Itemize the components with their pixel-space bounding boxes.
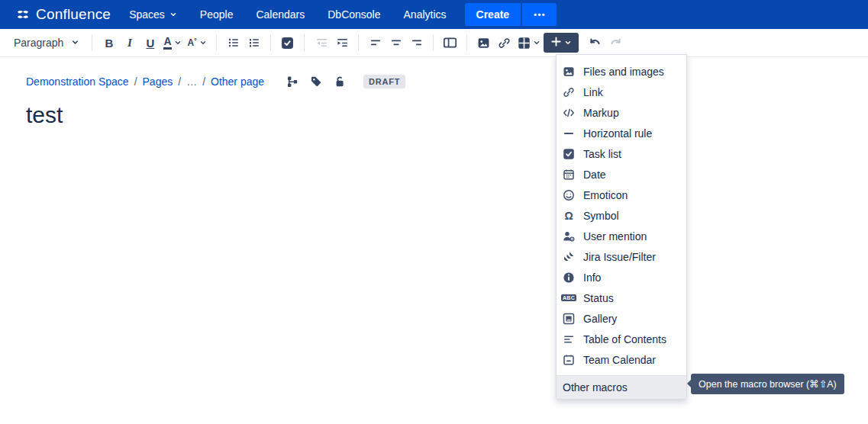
page-meta-icons bbox=[286, 75, 346, 88]
task-list-button[interactable] bbox=[277, 33, 298, 53]
redo-button[interactable] bbox=[605, 33, 626, 53]
toolbar-separator bbox=[304, 34, 305, 51]
menu-item-status[interactable]: ABC Status bbox=[557, 287, 686, 308]
emoticon-icon bbox=[563, 189, 575, 201]
underline-button[interactable]: U bbox=[140, 33, 160, 53]
breadcrumb-separator: / bbox=[202, 75, 205, 88]
toolbar-separator bbox=[466, 34, 467, 51]
page-title[interactable]: test bbox=[26, 102, 842, 128]
menu-item-info[interactable]: Info bbox=[557, 267, 686, 287]
insert-content-dropdown[interactable] bbox=[544, 33, 579, 53]
indent-button[interactable] bbox=[331, 33, 352, 53]
insert-table-dropdown[interactable] bbox=[515, 33, 544, 53]
text-color-icon: A bbox=[163, 36, 171, 50]
nav-item-spaces[interactable]: Spaces bbox=[129, 8, 177, 21]
table-of-contents-icon bbox=[563, 333, 575, 345]
insert-content-menu: Files and images Link Markup Horizontal … bbox=[556, 54, 687, 400]
italic-button[interactable]: I bbox=[119, 33, 140, 53]
nav-item-people[interactable]: People bbox=[200, 8, 234, 21]
user-mention-icon bbox=[563, 230, 575, 243]
chevron-down-icon bbox=[199, 36, 207, 50]
menu-item-markup[interactable]: Markup bbox=[557, 102, 686, 123]
nav-menu: Spaces People Calendars DbConsole Analyt… bbox=[129, 8, 446, 21]
breadcrumb-ellipsis[interactable]: … bbox=[186, 75, 197, 88]
menu-item-symbol[interactable]: Ω Symbol bbox=[557, 205, 686, 226]
horizontal-rule-icon bbox=[563, 127, 575, 140]
create-button[interactable]: Create bbox=[465, 3, 521, 26]
status-icon: ABC bbox=[563, 292, 575, 304]
top-navigation-bar: Confluence Spaces People Calendars DbCon… bbox=[0, 0, 868, 29]
insert-link-button[interactable] bbox=[494, 33, 515, 53]
toolbar-separator bbox=[358, 34, 359, 51]
plus-icon bbox=[550, 36, 562, 50]
breadcrumb-link-pages[interactable]: Pages bbox=[143, 75, 173, 88]
menu-item-task-list[interactable]: Task list bbox=[557, 143, 686, 164]
gallery-icon bbox=[563, 313, 575, 325]
undo-button[interactable] bbox=[585, 33, 605, 53]
markup-icon bbox=[563, 107, 575, 119]
files-and-images-icon bbox=[563, 66, 575, 78]
insert-image-button[interactable] bbox=[473, 33, 494, 53]
confluence-home-link[interactable]: Confluence bbox=[15, 6, 111, 23]
chevron-down-icon bbox=[71, 37, 79, 49]
menu-item-files-and-images[interactable]: Files and images bbox=[557, 61, 686, 82]
confluence-logo-icon bbox=[15, 7, 31, 22]
bold-button[interactable]: B bbox=[98, 33, 119, 53]
jira-icon bbox=[563, 251, 575, 263]
nav-item-calendars[interactable]: Calendars bbox=[256, 8, 305, 21]
breadcrumb-link-other-page[interactable]: Other page bbox=[211, 75, 264, 88]
toolbar-separator bbox=[270, 34, 271, 51]
chevron-down-icon bbox=[564, 36, 572, 50]
paragraph-style-dropdown[interactable]: Paragraph bbox=[8, 33, 86, 53]
macro-browser-tooltip: Open the macro browser (⌘⇧A) bbox=[691, 374, 844, 394]
unlock-icon[interactable] bbox=[334, 75, 346, 88]
page-tree-icon[interactable] bbox=[286, 75, 298, 88]
text-color-dropdown[interactable]: A bbox=[160, 33, 184, 53]
menu-item-table-of-contents[interactable]: Table of Contents bbox=[557, 329, 686, 349]
more-formatting-icon: A˚ bbox=[188, 37, 198, 48]
team-calendar-icon bbox=[563, 354, 575, 366]
menu-item-link[interactable]: Link bbox=[557, 82, 686, 102]
editor-content: Demonstration Space / Pages / … / Other … bbox=[0, 57, 868, 380]
logo-text: Confluence bbox=[36, 6, 111, 23]
draft-status-badge: DRAFT bbox=[363, 75, 405, 88]
chevron-down-icon bbox=[533, 36, 540, 50]
menu-item-horizontal-rule[interactable]: Horizontal rule bbox=[557, 123, 686, 143]
breadcrumb-separator: / bbox=[134, 75, 137, 88]
breadcrumb-link-space[interactable]: Demonstration Space bbox=[26, 75, 129, 88]
symbol-omega-icon: Ω bbox=[563, 210, 575, 222]
align-left-button[interactable] bbox=[365, 33, 386, 53]
menu-item-team-calendar[interactable]: Team Calendar bbox=[557, 349, 686, 370]
chevron-down-icon bbox=[174, 36, 182, 50]
nav-actions: Create ••• bbox=[465, 3, 557, 26]
toolbar-separator bbox=[92, 34, 92, 51]
editor-canvas[interactable] bbox=[26, 128, 842, 380]
labels-tag-icon[interactable] bbox=[310, 75, 322, 88]
info-icon bbox=[563, 271, 575, 284]
page-layout-button[interactable] bbox=[440, 33, 460, 53]
nav-more-button[interactable]: ••• bbox=[522, 3, 557, 26]
menu-item-user-mention[interactable]: User mention bbox=[557, 226, 686, 246]
numbered-list-button[interactable] bbox=[244, 33, 264, 53]
menu-item-emoticon[interactable]: Emoticon bbox=[557, 185, 686, 205]
menu-item-jira-issue-filter[interactable]: Jira Issue/Filter bbox=[557, 246, 686, 267]
menu-item-date[interactable]: Date bbox=[557, 164, 686, 185]
outdent-button[interactable] bbox=[311, 33, 331, 53]
menu-item-gallery[interactable]: Gallery bbox=[557, 308, 686, 329]
align-right-button[interactable] bbox=[406, 33, 427, 53]
insert-menu-items: Files and images Link Markup Horizontal … bbox=[557, 55, 686, 375]
toolbar-separator bbox=[433, 34, 434, 51]
bullet-list-button[interactable] bbox=[223, 33, 244, 53]
align-center-button[interactable] bbox=[386, 33, 406, 53]
editor-toolbar: Paragraph B I U A A˚ bbox=[0, 29, 868, 57]
menu-item-other-macros[interactable]: Other macros bbox=[557, 376, 686, 399]
nav-item-analytics[interactable]: Analytics bbox=[404, 8, 447, 21]
breadcrumb: Demonstration Space / Pages / … / Other … bbox=[26, 75, 842, 88]
more-formatting-dropdown[interactable]: A˚ bbox=[185, 33, 211, 53]
toolbar-separator bbox=[216, 34, 217, 51]
breadcrumb-separator: / bbox=[178, 75, 181, 88]
nav-item-dbconsole[interactable]: DbConsole bbox=[328, 8, 380, 21]
chevron-down-icon bbox=[169, 8, 177, 21]
task-list-icon bbox=[563, 148, 575, 160]
date-icon bbox=[563, 169, 575, 181]
